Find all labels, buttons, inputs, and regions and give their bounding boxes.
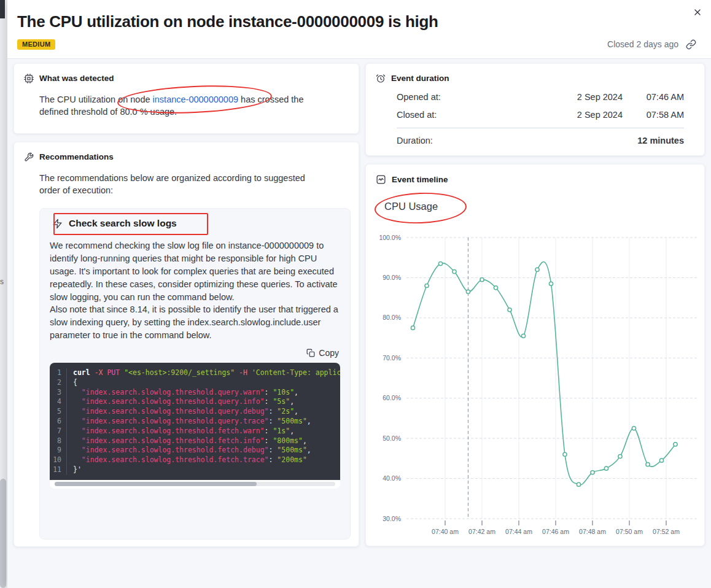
code-line: 6 "index.search.slowlog.threshold.query.… (50, 417, 340, 427)
duration-row: Closed at:2 Sep 202407:58 AM (397, 110, 684, 120)
line-number: 6 (50, 417, 67, 427)
code-block: 1curl -X PUT "<es-host>:9200/_settings" … (50, 363, 340, 480)
copy-icon (306, 349, 315, 357)
code-line: 4 "index.search.slowlog.threshold.query.… (50, 397, 340, 407)
recommendations-heading: Recommendations (39, 152, 114, 161)
page-behind-fragment (0, 0, 5, 18)
closed-status: Closed 2 days ago (607, 39, 678, 49)
copy-button[interactable]: Copy (51, 348, 339, 358)
line-number: 10 (50, 455, 67, 465)
page-behind-strip: s (0, 0, 7, 588)
svg-text:100.0%: 100.0% (379, 233, 401, 241)
duration-rows: Opened at:2 Sep 202407:46 AMClosed at:2 … (366, 83, 704, 155)
line-number: 5 (50, 407, 67, 417)
svg-text:07:40 am: 07:40 am (432, 528, 459, 535)
svg-text:07:42 am: 07:42 am (468, 528, 495, 535)
cpu-chip-icon (24, 74, 34, 83)
recommendation-header: Check search slow logs (50, 218, 340, 229)
recommendation-body: We recommend checking the slow log file … (50, 239, 340, 342)
code-line: 9 "index.search.slowlog.threshold.fetch.… (50, 446, 340, 455)
recommendation-panel: Check search slow logs We recommend chec… (39, 208, 351, 540)
svg-text:40.0%: 40.0% (383, 474, 401, 482)
code-scrollbar (50, 480, 340, 489)
event-timeline-card: Event timeline CPU Usage 100.0%90.0%80.0… (365, 164, 705, 546)
svg-text:07:44 am: 07:44 am (505, 528, 532, 535)
detected-text-before: The CPU utilization on node (39, 95, 153, 104)
line-number: 1 (50, 368, 67, 378)
code-line: 7 "index.search.slowlog.threshold.fetch.… (50, 427, 340, 436)
severity-badge: MEDIUM (17, 39, 55, 50)
page-title: The CPU utilization on node instance-000… (17, 12, 447, 32)
svg-text:80.0%: 80.0% (383, 314, 401, 321)
line-number: 7 (50, 427, 67, 436)
line-number: 2 (50, 378, 67, 388)
link-chain-icon[interactable] (686, 39, 696, 50)
code-line: 11}' (50, 465, 340, 475)
flyout-header: The CPU utilization on node instance-000… (7, 0, 711, 59)
svg-text:30.0%: 30.0% (383, 514, 401, 522)
line-number: 8 (50, 436, 67, 446)
svg-text:90.0%: 90.0% (383, 274, 401, 281)
recommendations-card: Recommendations The recommendations belo… (14, 142, 359, 547)
line-number: 4 (50, 397, 67, 407)
alert-flyout: The CPU utilization on node instance-000… (7, 0, 711, 588)
line-number: 3 (50, 388, 67, 398)
line-number: 11 (50, 465, 67, 475)
recommendation-paragraph: We recommend checking the slow log file … (50, 239, 340, 303)
cpu-usage-chart[interactable]: 100.0%90.0%80.0%70.0%60.0%50.0%40.0%30.0… (366, 164, 705, 546)
close-button[interactable] (689, 4, 706, 21)
copy-label: Copy (319, 348, 339, 358)
page-behind-text-fragment: s (0, 277, 4, 286)
code-line: 5 "index.search.slowlog.threshold.query.… (50, 407, 340, 417)
recommendation-title: Check search slow logs (69, 218, 177, 229)
code-scrollbar-thumb[interactable] (55, 482, 257, 486)
duration-divider (397, 128, 684, 128)
svg-text:50.0%: 50.0% (383, 434, 401, 441)
svg-text:07:52 am: 07:52 am (653, 528, 680, 535)
wrench-icon (24, 152, 34, 162)
code-line: 8 "index.search.slowlog.threshold.fetch.… (50, 436, 340, 446)
line-number: 9 (50, 446, 67, 455)
svg-text:07:48 am: 07:48 am (579, 528, 606, 535)
badge-row: MEDIUM Closed 2 days ago (17, 39, 696, 50)
code-container: 1curl -X PUT "<es-host>:9200/_settings" … (50, 363, 340, 489)
svg-text:07:50 am: 07:50 am (616, 528, 643, 535)
page-scrollbar-thumb[interactable] (0, 479, 6, 588)
code-scrollbar-track[interactable] (55, 482, 335, 486)
event-duration-card: Event duration Opened at:2 Sep 202407:46… (365, 63, 705, 156)
code-line: 1curl -X PUT "<es-host>:9200/_settings" … (50, 368, 340, 378)
detected-text: The CPU utilization on node instance-000… (39, 93, 321, 118)
svg-text:60.0%: 60.0% (383, 394, 401, 401)
flyout-body: What was detected The CPU utilization on… (7, 59, 711, 547)
code-line: 3 "index.search.slowlog.threshold.query.… (50, 388, 340, 398)
detected-card: What was detected The CPU utilization on… (14, 63, 359, 134)
svg-text:70.0%: 70.0% (383, 354, 401, 362)
duration-row: Opened at:2 Sep 202407:46 AM (397, 92, 684, 102)
svg-text:07:46 am: 07:46 am (542, 528, 569, 535)
alarm-clock-icon (376, 74, 386, 83)
close-icon (693, 7, 702, 17)
recommendations-intro: The recommendations below are organized … (14, 162, 319, 197)
detected-heading: What was detected (39, 74, 114, 83)
bolt-icon (52, 219, 63, 229)
event-duration-heading: Event duration (391, 74, 449, 83)
right-column: Event duration Opened at:2 Sep 202407:46… (365, 63, 705, 546)
code-line: 10 "index.search.slowlog.threshold.fetch… (50, 455, 340, 465)
instance-link[interactable]: instance-0000000009 (153, 95, 238, 104)
left-column: What was detected The CPU utilization on… (14, 63, 359, 547)
recommendation-paragraph: Also note that since 8.14, it is possibl… (50, 303, 340, 342)
code-line: 2{ (50, 378, 340, 388)
duration-total-row: Duration:12 minutes (397, 136, 684, 145)
